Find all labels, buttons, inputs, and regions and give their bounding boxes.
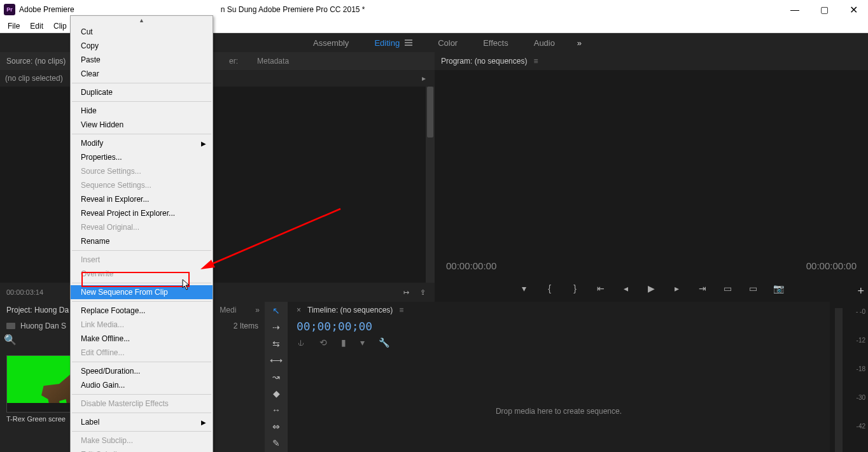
program-time-in: 00:00:00:00 <box>446 260 496 271</box>
ctx-new-sequence-from-clip[interactable]: New Sequence From Clip <box>71 285 213 299</box>
ctx-replace-footage[interactable]: Replace Footage... <box>71 304 213 318</box>
ctx-paste[interactable]: Paste <box>71 53 213 67</box>
ws-overflow[interactable]: » <box>577 38 582 48</box>
scroll-up-icon[interactable]: ▲ <box>71 16 213 25</box>
maximize-button[interactable]: ▢ <box>809 0 839 19</box>
go-to-in-icon[interactable]: ⇤ <box>595 283 606 294</box>
timeline-drop-zone[interactable]: Drop media here to create sequence. <box>288 351 830 452</box>
track-select-tool[interactable]: ⇢ <box>269 322 283 332</box>
ctx-edit-subclip: Edit Subclip... <box>71 448 213 452</box>
ctx-make-subclip: Make Subclip... <box>71 434 213 448</box>
menu-clip[interactable]: Clip <box>48 22 72 31</box>
ws-color[interactable]: Color <box>438 38 458 48</box>
ws-audio[interactable]: Audio <box>534 38 555 48</box>
program-monitor: 00:00:00:0000:00:00:00 ▾ { } ⇤ ◂ ▶ ▸ ⇥ ▭… <box>435 70 868 302</box>
metadata-tab[interactable]: Metadata <box>257 57 289 66</box>
source-no-clip: (no clip selected)▸ <box>0 70 435 87</box>
timeline-tab[interactable]: Timeline: (no sequences) <box>307 306 393 314</box>
ctx-speed-duration[interactable]: Speed/Duration... <box>71 364 213 378</box>
go-to-out-icon[interactable]: ⇥ <box>697 283 708 294</box>
submenu-arrow-icon: ▶ <box>201 419 206 426</box>
minimize-button[interactable]: — <box>780 0 809 19</box>
ctx-duplicate[interactable]: Duplicate <box>71 85 213 99</box>
ctx-disable-masterclip-effects: Disable Masterclip Effects <box>71 397 213 411</box>
title-right: n Su Dung Adobe Premiere Pro CC 2015 * <box>221 5 365 14</box>
step-fwd-icon[interactable]: ▸ <box>671 283 683 294</box>
project-tab[interactable]: Project: Huong Da <box>6 306 69 314</box>
menu-icon <box>405 42 412 43</box>
export-frame-icon[interactable]: 📷 <box>773 283 785 294</box>
ctx-link-media: Link Media... <box>71 318 213 332</box>
chevron-right-icon[interactable]: ▸ <box>422 74 426 83</box>
selection-tool[interactable]: ↖ <box>269 306 283 316</box>
ctx-modify[interactable]: Modify▶ <box>71 136 213 150</box>
ctx-label[interactable]: Label▶ <box>71 415 213 429</box>
ctx-edit-offline: Edit Offline... <box>71 346 213 360</box>
search-icon[interactable]: 🔍 <box>4 334 15 345</box>
premiere-icon: Pr <box>4 4 15 15</box>
insert-icon[interactable]: ↦ <box>400 286 412 298</box>
step-back-icon[interactable]: ◂ <box>620 283 632 294</box>
ctx-hide[interactable]: Hide <box>71 104 213 118</box>
slip-tool[interactable]: ↔ <box>269 405 283 415</box>
ctx-view-hidden[interactable]: View Hidden <box>71 118 213 132</box>
source-scrollbar[interactable] <box>426 87 435 283</box>
media-browser-tab[interactable]: Medi <box>220 306 236 314</box>
play-icon[interactable]: ▶ <box>646 283 657 294</box>
ripple-tool[interactable]: ⇆ <box>269 339 283 349</box>
export-frame-icon[interactable]: ⇪ <box>417 286 428 298</box>
settings-icon[interactable]: ▾ <box>360 337 365 348</box>
ctx-sequence-settings: Sequence Settings... <box>71 178 213 192</box>
rate-tool[interactable]: ↝ <box>269 372 283 382</box>
project-path: Huong Dan S <box>20 321 66 330</box>
pen-tool[interactable]: ✎ <box>269 438 283 448</box>
item-count: 2 Items <box>234 321 258 330</box>
bin-icon <box>6 323 15 329</box>
lift-icon[interactable]: ▭ <box>722 283 734 294</box>
ctx-reveal-project-in-explorer[interactable]: Reveal Project in Explorer... <box>71 206 213 220</box>
ws-assembly[interactable]: Assembly <box>313 38 349 48</box>
razor-tool[interactable]: ◆ <box>269 388 283 399</box>
source-monitor: 00:00:03:14 ↦ ⇪ <box>0 87 435 302</box>
ctx-overwrite: Overwrite <box>71 267 213 281</box>
menu-file[interactable]: File <box>3 22 25 31</box>
ctx-reveal-original: Reveal Original... <box>71 220 213 234</box>
ctx-source-settings: Source Settings... <box>71 164 213 178</box>
ctx-audio-gain[interactable]: Audio Gain... <box>71 378 213 392</box>
linked-icon[interactable]: ⟲ <box>319 337 327 348</box>
timeline-panel: ×Timeline: (no sequences)≡ 00;00;00;00 ⫝… <box>288 302 830 452</box>
program-panel-tab[interactable]: Program: (no sequences)≡ <box>435 52 868 70</box>
ws-effects[interactable]: Effects <box>483 38 508 48</box>
tool-palette: ↖ ⇢ ⇆ ⟷ ↝ ◆ ↔ ⇔ ✎ ✋ T <box>265 302 288 452</box>
ws-editing[interactable]: Editing <box>374 38 412 48</box>
ctx-cut[interactable]: Cut <box>71 25 213 39</box>
wrench-icon[interactable]: 🔧 <box>379 337 389 348</box>
ctx-copy[interactable]: Copy <box>71 39 213 53</box>
snap-icon[interactable]: ⫝ <box>297 337 305 348</box>
ctx-clear[interactable]: Clear <box>71 67 213 81</box>
ctx-insert: Insert <box>71 253 213 267</box>
extract-icon[interactable]: ▭ <box>748 283 759 294</box>
clip-name: T-Rex Green scree <box>6 415 66 423</box>
ctx-reveal-in-explorer[interactable]: Reveal in Explorer... <box>71 192 213 206</box>
mark-out-button[interactable]: } <box>570 283 581 294</box>
mark-in-button[interactable]: { <box>544 283 556 294</box>
rolling-tool[interactable]: ⟷ <box>269 355 283 365</box>
menu-edit[interactable]: Edit <box>25 22 48 31</box>
add-button[interactable]: + <box>857 285 864 298</box>
source-timecode: 00:00:03:14 <box>6 288 43 296</box>
ctx-make-offline[interactable]: Make Offline... <box>71 332 213 346</box>
mark-in-icon[interactable]: ▾ <box>519 283 530 294</box>
ctx-properties[interactable]: Properties... <box>71 150 213 164</box>
context-menu: ▲ CutCopyPasteClearDuplicateHideView Hid… <box>70 15 213 452</box>
ctx-rename[interactable]: Rename <box>71 234 213 248</box>
audio-meter: - -0 -12 -18 -30 -42 --∞ dB <box>830 302 868 452</box>
marker-icon[interactable]: ▮ <box>341 337 346 348</box>
timeline-timecode: 00;00;00;00 <box>288 318 830 334</box>
submenu-arrow-icon: ▶ <box>201 140 206 147</box>
effect-controls-tab[interactable]: er: <box>229 57 238 66</box>
close-button[interactable]: ✕ <box>839 0 868 19</box>
panel-overflow-icon[interactable]: » <box>255 306 260 314</box>
slide-tool[interactable]: ⇔ <box>269 421 283 432</box>
program-time-out: 00:00:00:00 <box>806 260 857 271</box>
